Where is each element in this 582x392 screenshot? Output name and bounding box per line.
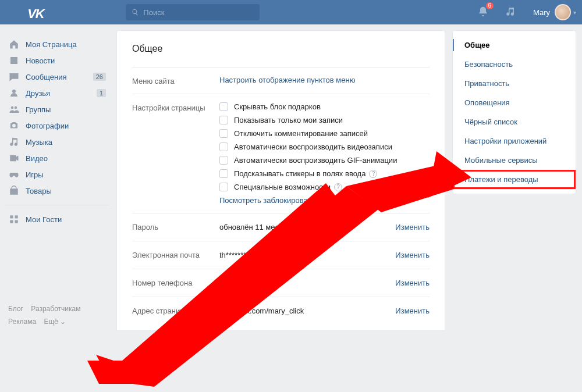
checkbox[interactable]	[219, 102, 228, 111]
checkbox-label: Отключить комментирование записей	[234, 129, 368, 138]
search-icon	[132, 8, 139, 16]
row-label: Электронная почта	[132, 251, 219, 259]
row-value: обновлён 11 месяцев назад	[219, 223, 395, 231]
sidebar-item-groups[interactable]: Группы	[5, 101, 109, 117]
sidebar-item-guests[interactable]: Мои Гости	[5, 211, 109, 227]
sidebar-label: Друзья	[26, 89, 50, 98]
sidebar-label: Мои Гости	[26, 215, 62, 224]
svg-rect-0	[10, 215, 13, 218]
setting-checkbox-row[interactable]: Показывать только мои записи	[219, 116, 430, 124]
notifications-button[interactable]: 6	[477, 6, 489, 19]
user-menu[interactable]: Mary ▾	[533, 4, 576, 20]
page-title: Общее	[132, 44, 430, 54]
help-icon[interactable]: ?	[334, 183, 342, 191]
checkbox-label: Подсказывать стикеры в полях ввода	[234, 169, 365, 178]
settings-tab[interactable]: Общее	[453, 35, 576, 55]
checkbox-label: Автоматически воспроизводить видеозаписи	[234, 142, 392, 151]
music-button[interactable]	[505, 6, 533, 19]
checkbox[interactable]	[219, 156, 228, 165]
msg-icon	[8, 72, 20, 82]
vk-logo[interactable]: VK	[9, 3, 44, 22]
groups-icon	[8, 104, 20, 115]
footer-dev[interactable]: Разработчикам	[31, 305, 80, 313]
settings-panel: Общее Меню сайта Настроить отображение п…	[116, 30, 445, 331]
setting-checkbox-row[interactable]: Скрывать блок подарков	[219, 102, 430, 111]
footer-more[interactable]: Ещё ⌄	[44, 318, 66, 326]
checkbox-label: Показывать только мои записи	[234, 116, 343, 124]
row-label: Номер телефона	[132, 279, 219, 287]
configure-menu-link[interactable]: Настроить отображение пунктов меню	[219, 76, 355, 84]
footer-ad[interactable]: Реклама	[8, 318, 36, 326]
goods-icon	[8, 186, 20, 196]
sidebar-item-goods[interactable]: Товары	[5, 183, 109, 199]
sidebar-item-photo[interactable]: Фотографии	[5, 117, 109, 134]
footer-blog[interactable]: Блог	[8, 305, 23, 313]
setting-checkbox-row[interactable]: Автоматически воспроизводить GIF-анимаци…	[219, 156, 430, 165]
settings-tabs: ОбщееБезопасностьПриватностьОповещенияЧё…	[452, 30, 576, 194]
sidebar-item-home[interactable]: Моя Страница	[5, 36, 109, 52]
sidebar-label: Новости	[26, 56, 55, 65]
section-label-page: Настройки страницы	[132, 102, 219, 205]
avatar	[555, 4, 571, 20]
blocked-apps-link[interactable]: Посмотреть заблокированные приложения	[219, 196, 371, 205]
sidebar-label: Сообщения	[26, 73, 67, 81]
sidebar-item-news[interactable]: Новости	[5, 52, 109, 69]
home-icon	[8, 39, 20, 49]
settings-tab[interactable]: Настройки приложений	[453, 131, 576, 151]
sidebar-item-msg[interactable]: Сообщения26	[5, 69, 109, 85]
friends-icon	[8, 88, 20, 98]
checkbox[interactable]	[219, 129, 228, 138]
video-icon	[8, 153, 20, 163]
row-change-link[interactable]: Изменить	[395, 223, 430, 231]
sidebar-item-music[interactable]: Музыка	[5, 134, 109, 150]
setting-checkbox-row[interactable]: Отключить комментирование записей	[219, 129, 430, 138]
sidebar-label: Игры	[26, 170, 44, 179]
sidebar-label: Товары	[26, 187, 52, 195]
checkbox[interactable]	[219, 116, 228, 124]
checkbox[interactable]	[219, 142, 228, 151]
news-icon	[8, 55, 20, 66]
sidebar-item-games[interactable]: Игры	[5, 166, 109, 183]
chevron-down-icon: ▾	[573, 9, 576, 16]
checkbox[interactable]	[219, 183, 228, 191]
settings-tab[interactable]: Чёрный список	[453, 112, 576, 131]
help-icon[interactable]: ?	[369, 170, 377, 178]
left-sidebar: Моя СтраницаНовостиСообщения26Друзья1Гру…	[5, 30, 109, 331]
row-change-link[interactable]: Изменить	[395, 251, 430, 259]
settings-tab[interactable]: Безопасность	[453, 55, 576, 74]
sidebar-label: Музыка	[26, 138, 52, 147]
sidebar-item-video[interactable]: Видео	[5, 150, 109, 166]
svg-rect-2	[10, 220, 13, 223]
photo-icon	[8, 120, 20, 131]
footer-links: Блог Разработчикам Реклама Ещё ⌄	[5, 303, 109, 328]
row-value: th********om	[219, 251, 395, 259]
settings-tab[interactable]: Платежи и переводы	[453, 170, 576, 189]
settings-tab[interactable]: Приватность	[453, 74, 576, 93]
notif-badge: 6	[486, 2, 494, 9]
games-icon	[8, 169, 20, 180]
row-value: https://vk.com/mary_click	[219, 307, 395, 315]
search-box[interactable]	[126, 4, 260, 20]
sidebar-label: Группы	[26, 105, 51, 114]
checkbox-label: Специальные возможности	[234, 183, 331, 191]
sidebar-count: 26	[93, 73, 106, 81]
setting-checkbox-row[interactable]: Автоматически воспроизводить видеозаписи	[219, 142, 430, 151]
music-icon	[8, 137, 20, 147]
row-label: Адрес страницы	[132, 307, 219, 315]
checkbox-label: Скрывать блок подарков	[234, 102, 321, 111]
setting-checkbox-row[interactable]: Подсказывать стикеры в полях ввода?	[219, 169, 430, 178]
setting-checkbox-row[interactable]: Специальные возможности?	[219, 183, 430, 191]
sidebar-label: Моя Страница	[26, 40, 77, 49]
search-input[interactable]	[143, 8, 253, 17]
settings-row: Электронная почтаth********omИзменить	[132, 241, 430, 269]
sidebar-item-friends[interactable]: Друзья1	[5, 85, 109, 101]
settings-tab[interactable]: Оповещения	[453, 93, 576, 112]
guests-icon	[8, 214, 20, 224]
row-change-link[interactable]: Изменить	[395, 279, 430, 287]
section-label-menu: Меню сайта	[132, 76, 219, 85]
settings-tab[interactable]: Мобильные сервисы	[453, 151, 576, 170]
checkbox[interactable]	[219, 169, 228, 178]
row-change-link[interactable]: Изменить	[395, 307, 430, 315]
top-header: VK 6 Mary ▾	[0, 0, 582, 24]
row-value: +7 *** *** ** 15	[219, 279, 395, 287]
